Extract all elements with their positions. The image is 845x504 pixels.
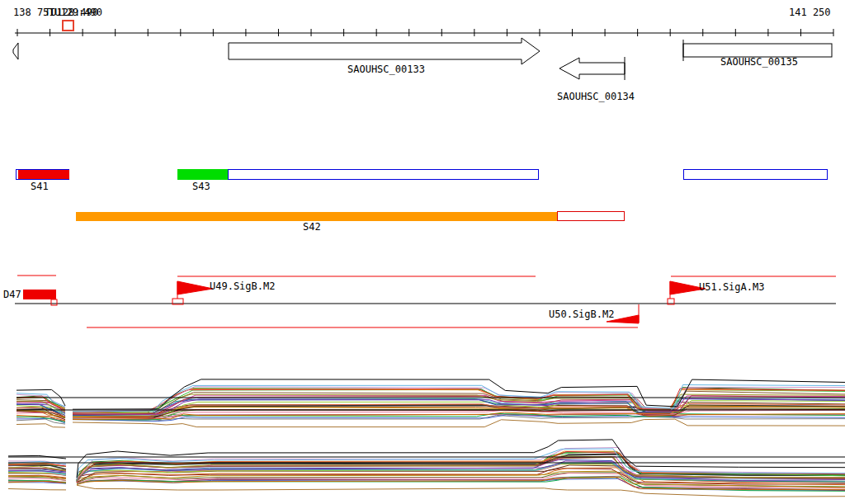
promoter-label-u51: U51.SigA.M3 (699, 282, 764, 292)
promoter-flag-u49[interactable] (177, 281, 213, 294)
gene-label-saouhsc-00134: SAOUHSC_00134 (557, 92, 635, 101)
segment-label-s42: S42 (303, 222, 321, 232)
segment-bar-s42-extension[interactable] (557, 211, 625, 221)
promoter-label-u49: U49.SigB.M2 (210, 281, 275, 291)
profile-series (8, 489, 66, 490)
annotation-canvas (0, 0, 845, 504)
promoter-label-d47: D47 (3, 290, 21, 299)
segment-label-s43: S43 (192, 181, 210, 191)
genome-browser-view: 138 751 141 250 TU128:490 TU129:490 SAOU… (0, 0, 845, 504)
profile-series (73, 419, 845, 426)
ruler-end-label: 141 250 (789, 7, 831, 17)
terminator-flag-d47[interactable] (23, 290, 56, 299)
transcript-open-bar-2[interactable] (683, 169, 828, 180)
segment-bar-s41-fill (18, 170, 69, 179)
gene-arrow-fragment-left[interactable] (13, 43, 18, 59)
expression-bundle-reverse (8, 440, 845, 497)
tu-label-2: TU129:490 (49, 7, 102, 17)
gene-label-saouhsc-00135: SAOUHSC_00135 (720, 57, 798, 67)
ruler-selection-box[interactable] (62, 20, 74, 31)
promoter-label-u50: U50.SigB.M2 (549, 309, 614, 319)
segment-bar-s43[interactable] (177, 169, 228, 180)
transcript-open-bar-1[interactable] (228, 169, 539, 180)
gene-arrow-saouhsc-00133[interactable] (229, 38, 540, 64)
expression-bundle-forward (17, 379, 845, 427)
profile-series (17, 424, 65, 427)
segment-label-s41: S41 (31, 181, 49, 191)
promoter-base-square (51, 299, 57, 305)
gene-arrow-saouhsc-00134[interactable] (559, 58, 625, 79)
gene-label-saouhsc-00133: SAOUHSC_00133 (347, 64, 425, 74)
segment-bar-s41[interactable] (16, 169, 69, 180)
segment-bar-s42[interactable] (76, 212, 557, 221)
gene-box-saouhsc-00135[interactable] (683, 44, 832, 57)
